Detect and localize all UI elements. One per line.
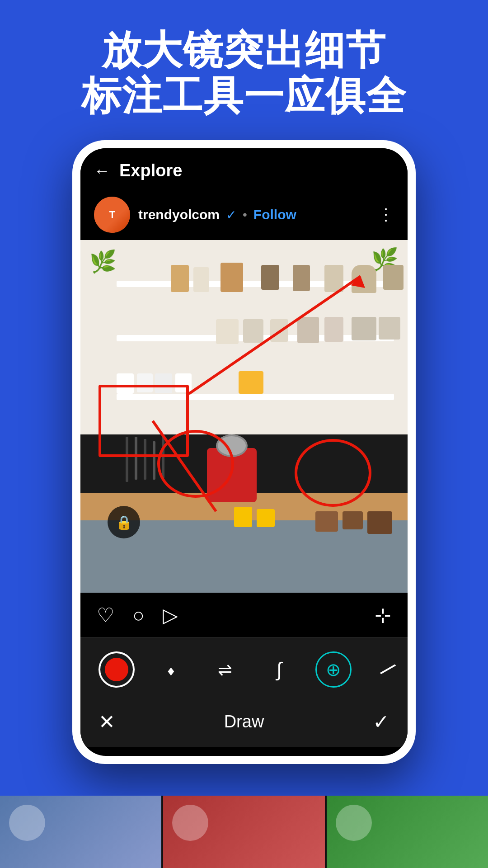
like-button[interactable]: ♡ xyxy=(97,604,114,627)
eraser-icon: ⬧ xyxy=(166,660,176,679)
action-bar: ♡ ○ ▷ ⊹ xyxy=(80,593,408,637)
avatar: T xyxy=(94,197,130,233)
draw-bar: ✕ Draw ✓ xyxy=(80,701,408,747)
thumbnail-strip xyxy=(0,796,488,868)
sliders-button[interactable]: ⇌ xyxy=(207,651,243,688)
pen-icon: ∫ xyxy=(277,658,282,681)
thumbnail-3[interactable] xyxy=(327,796,488,868)
line-button-1[interactable]: / xyxy=(370,651,406,688)
thumb-person-3 xyxy=(336,805,372,841)
avatar-inner: T xyxy=(94,197,130,233)
hero-text: 放大镜突出细节 标注工具一应俱全 xyxy=(0,0,488,137)
avatar-label: T xyxy=(109,209,115,221)
username: trendyolcom xyxy=(138,207,220,222)
cancel-button[interactable]: ✕ xyxy=(99,710,115,733)
follow-button[interactable]: Follow xyxy=(253,207,296,222)
sliders-icon: ⇌ xyxy=(218,660,232,679)
hero-line2: 标注工具一应俱全 xyxy=(0,73,488,118)
toolbar: ⬧ ⇌ ∫ ⊕ / / xyxy=(80,637,408,701)
record-inner xyxy=(105,658,128,681)
confirm-button[interactable]: ✓ xyxy=(373,710,389,733)
instagram-header: ← Explore xyxy=(80,148,408,189)
bookmark-button[interactable]: ⊹ xyxy=(375,604,391,627)
page-title: Explore xyxy=(119,161,182,180)
phone-mockup: ← Explore T trendyolcom ✓ • Follow ⋮ xyxy=(72,140,416,764)
red-circle-annotation-2 xyxy=(295,439,371,507)
magnify-button[interactable]: ⊕ xyxy=(315,651,352,688)
record-button[interactable] xyxy=(99,651,135,688)
pen-button[interactable]: ∫ xyxy=(261,651,297,688)
hero-line1: 放大镜突出细节 xyxy=(0,27,488,73)
thumb-person-1 xyxy=(9,805,45,841)
line-icon-1: / xyxy=(376,658,399,681)
separator: • xyxy=(243,208,247,222)
verified-icon: ✓ xyxy=(226,208,236,222)
thumb-person-2 xyxy=(172,805,208,841)
magnify-icon: ⊕ xyxy=(326,659,341,680)
red-circle-annotation-1 xyxy=(157,430,234,498)
phone-screen: ← Explore T trendyolcom ✓ • Follow ⋮ xyxy=(80,148,408,756)
profile-info: trendyolcom ✓ • Follow xyxy=(138,207,370,222)
thumbnail-1[interactable] xyxy=(0,796,161,868)
share-button[interactable]: ▷ xyxy=(163,604,178,627)
profile-bar: T trendyolcom ✓ • Follow ⋮ xyxy=(80,189,408,240)
eraser-button[interactable]: ⬧ xyxy=(153,651,189,688)
svg-line-0 xyxy=(189,276,361,394)
thumbnail-2[interactable] xyxy=(163,796,324,868)
post-image: 🌿 🌿 xyxy=(80,240,408,593)
comment-button[interactable]: ○ xyxy=(132,604,145,627)
back-button[interactable]: ← xyxy=(94,161,110,180)
lock-icon: 🔒 xyxy=(108,506,140,538)
phone-outer-shell: ← Explore T trendyolcom ✓ • Follow ⋮ xyxy=(72,140,416,764)
draw-mode-label: Draw xyxy=(224,712,264,731)
more-options-button[interactable]: ⋮ xyxy=(378,205,394,224)
